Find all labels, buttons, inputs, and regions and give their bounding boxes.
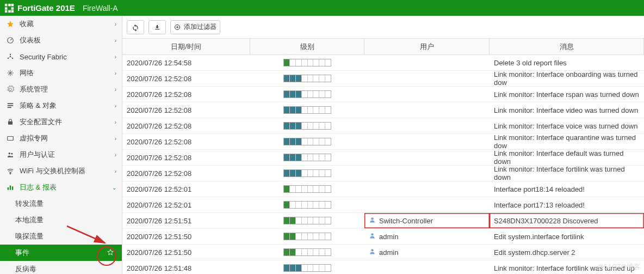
level-bar-icon [283, 264, 331, 272]
level-bar-icon [283, 248, 331, 256]
level-bar-icon [283, 138, 331, 145]
table-row[interactable]: 2020/07/26 12:51:51Switch-ControllerS248… [122, 213, 644, 229]
sidebar-sub-item-3[interactable]: 事件 [0, 245, 122, 261]
sidebar-item-1[interactable]: 仪表板› [0, 32, 122, 48]
sidebar-item-label: 策略 & 对象 [20, 101, 57, 111]
cell-date: 2020/07/26 12:52:08 [122, 87, 250, 102]
cell-date: 2020/07/26 12:52:01 [122, 181, 250, 197]
cell-date: 2020/07/26 12:52:08 [122, 71, 250, 86]
sidebar-sub-label: 嗅探流量 [15, 232, 44, 241]
lock-icon [5, 118, 15, 126]
table-row[interactable]: 2020/07/26 12:51:48Link monitor: Interfa… [122, 260, 644, 274]
table-row[interactable]: 2020/07/26 12:52:08Link monitor: Interfa… [122, 134, 644, 150]
svg-rect-7 [11, 10, 14, 13]
cell-user [364, 71, 490, 86]
cell-user [364, 102, 490, 118]
sidebar-item-4[interactable]: 系统管理› [0, 81, 122, 98]
col-msg-header[interactable]: 消息 [490, 39, 644, 54]
user-name: Switch-Controller [379, 217, 433, 225]
sidebar-item-label: 虚拟专网 [20, 133, 48, 143]
sidebar-item-label: 收藏 [20, 19, 34, 29]
table-row[interactable]: 2020/07/26 12:52:08Link monitor: Interfa… [122, 166, 644, 181]
sidebar-item-9[interactable]: WiFi 与交换机控制器› [0, 163, 122, 179]
sidebar-item-label: 安全配置文件 [20, 117, 62, 127]
level-bar-icon [283, 75, 331, 82]
dashboard-icon [5, 36, 15, 44]
table-row[interactable]: 2020/07/26 12:52:08Link monitor: Interfa… [122, 150, 644, 166]
sidebar-item-7[interactable]: 虚拟专网› [0, 130, 122, 147]
sidebar-item-3[interactable]: 网络› [0, 65, 122, 81]
sidebar-sub-item-1[interactable]: 本地流量 [0, 212, 122, 228]
table-row[interactable]: 2020/07/26 12:52:08Link monitor: Interfa… [122, 118, 644, 134]
sidebar-item-label: 仪表板 [20, 35, 41, 45]
cell-user [364, 181, 490, 197]
col-date-header[interactable]: 日期/时间 [122, 39, 250, 54]
sidebar-item-10[interactable]: 日志 & 报表⌄ [0, 179, 122, 196]
sidebar-item-label: 日志 & 报表 [20, 182, 57, 192]
chevron-right-icon: › [115, 21, 116, 27]
gear-icon [5, 86, 15, 93]
cell-user [364, 150, 490, 165]
level-bar-icon [283, 106, 331, 114]
sidebar-item-8[interactable]: 用户与认证› [0, 147, 122, 163]
sidebar-item-2[interactable]: Security Fabric› [0, 48, 122, 65]
cell-level [250, 150, 364, 165]
table-row[interactable]: 2020/07/26 12:52:08Link monitor: Interfa… [122, 71, 644, 87]
table-row[interactable]: 2020/07/26 12:51:50adminEdit system.inte… [122, 229, 644, 245]
app-header: FortiGate 201E FireWall-A [0, 0, 644, 16]
table-row[interactable]: 2020/07/26 12:52:01Interface port17:13 r… [122, 197, 644, 213]
level-bar-icon [283, 201, 331, 209]
table-row[interactable]: 2020/07/26 12:51:50adminEdit system.dhcp… [122, 245, 644, 260]
cell-user: admin [364, 229, 490, 244]
table-row[interactable]: 2020/07/26 12:52:08Link monitor: Interfa… [122, 102, 644, 118]
col-user-header[interactable]: 用户 [364, 39, 490, 54]
sidebar-item-5[interactable]: 策略 & 对象› [0, 98, 122, 114]
svg-rect-22 [10, 186, 11, 190]
table-row[interactable]: 2020/07/26 12:52:08Link monitor: Interfa… [122, 87, 644, 102]
cell-user: Switch-Controller [364, 213, 490, 228]
refresh-button[interactable] [127, 20, 144, 34]
sidebar-sub-label: 转发流量 [15, 199, 44, 209]
svg-rect-21 [8, 187, 9, 190]
cell-level [250, 213, 364, 228]
chevron-right-icon: › [115, 119, 116, 125]
favorite-star-icon[interactable] [107, 248, 114, 258]
chevron-right-icon: › [115, 87, 116, 93]
sidebar-item-6[interactable]: 安全配置文件› [0, 114, 122, 130]
cell-level [250, 245, 364, 260]
cell-date: 2020/07/26 12:52:08 [122, 118, 250, 133]
svg-point-18 [9, 153, 11, 155]
chevron-down-icon: ⌄ [112, 185, 116, 191]
star-icon [5, 20, 15, 28]
cell-user [364, 118, 490, 133]
table-row[interactable]: 2020/07/26 12:52:01Interface port18:14 r… [122, 181, 644, 197]
download-button[interactable] [148, 20, 166, 34]
svg-point-19 [11, 153, 13, 155]
add-filter-button[interactable]: 添加过滤器 [170, 20, 220, 34]
table-header: 日期/时间 级别 用户 消息 [122, 39, 644, 55]
chevron-right-icon: › [115, 54, 116, 60]
user-name: admin [379, 233, 398, 241]
sidebar-item-label: WiFi 与交换机控制器 [20, 166, 85, 176]
cell-date: 2020/07/26 12:52:08 [122, 134, 250, 149]
sidebar-sub-item-2[interactable]: 嗅探流量 [0, 228, 122, 245]
sidebar-sub-label: 本地流量 [15, 215, 44, 225]
table-row[interactable]: 2020/07/26 12:54:58Delete 3 old report f… [122, 55, 644, 71]
sidebar-item-0[interactable]: 收藏› [0, 16, 122, 32]
cell-level [250, 260, 364, 274]
chevron-right-icon: › [115, 38, 116, 44]
sidebar-item-label: 网络 [20, 68, 34, 78]
sidebar-sub-item-4[interactable]: 反病毒 [0, 261, 122, 274]
sidebar-sub-item-0[interactable]: 转发流量 [0, 196, 122, 212]
cell-message: S248DN3X17000228 Discovered [490, 213, 644, 228]
sidebar-item-label: 用户与认证 [20, 150, 55, 160]
col-level-header[interactable]: 级别 [250, 39, 364, 54]
cell-date: 2020/07/26 12:51:50 [122, 245, 250, 260]
cell-user: admin [364, 245, 490, 260]
cell-message: Link monitor: Interface quarantine was t… [490, 134, 644, 149]
svg-point-27 [371, 249, 373, 251]
svg-rect-17 [8, 137, 14, 141]
cell-level [250, 229, 364, 244]
cell-level [250, 181, 364, 197]
cell-level [250, 87, 364, 102]
